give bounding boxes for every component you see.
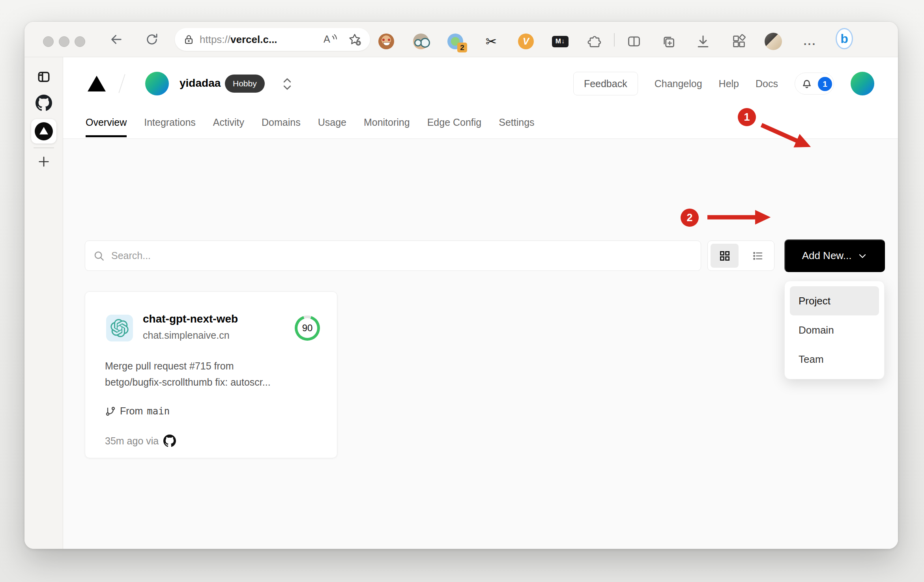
project-domain[interactable]: chat.simplenaive.cn: [143, 330, 230, 341]
deployed-time: 35m ago via: [105, 435, 159, 447]
downloads-icon[interactable]: [694, 33, 712, 50]
bell-icon: [801, 77, 813, 90]
vercel-favicon: [35, 122, 53, 140]
tampermonkey-extension-icon[interactable]: [378, 33, 395, 50]
tab-overview[interactable]: Overview: [86, 108, 127, 137]
address-bar[interactable]: https://vercel.c... A: [175, 28, 370, 51]
vercel-logo[interactable]: [88, 76, 106, 91]
user-avatar[interactable]: [851, 72, 874, 95]
list-view-icon: [752, 250, 764, 262]
apps-grid-icon[interactable]: [730, 33, 748, 50]
deployment-meta: 35m ago via: [105, 435, 176, 447]
read-aloud-icon[interactable]: A: [324, 34, 338, 45]
add-new-label: Add New...: [802, 250, 852, 262]
help-link[interactable]: Help: [719, 78, 739, 90]
search-box: [85, 241, 701, 271]
lighthouse-score: 90: [297, 318, 317, 338]
project-card[interactable]: chat-gpt-next-web chat.simplenaive.cn 90…: [85, 291, 337, 458]
collections-icon[interactable]: [660, 33, 677, 50]
browser-tab-strip: [24, 57, 63, 549]
split-screen-icon[interactable]: [625, 33, 643, 50]
lock-icon: [183, 34, 194, 45]
changelog-link[interactable]: Changelog: [655, 78, 702, 90]
project-favicon: [106, 315, 133, 341]
git-branch-icon: [105, 406, 116, 417]
breadcrumb-slash: [118, 74, 125, 93]
profile-avatar[interactable]: [765, 33, 782, 50]
url-text: https://vercel.c...: [200, 34, 277, 46]
github-icon: [163, 435, 176, 447]
feedback-button[interactable]: Feedback: [573, 72, 638, 95]
toolbar-divider: [614, 33, 615, 47]
plan-badge: Hobby: [225, 75, 265, 93]
browser-window: https://vercel.c... A 2 ✂ V M↓: [24, 22, 898, 549]
docs-link[interactable]: Docs: [756, 78, 778, 90]
tab-domains[interactable]: Domains: [262, 108, 301, 137]
bing-chat-icon[interactable]: b: [836, 30, 853, 47]
more-menu-icon[interactable]: ...: [801, 33, 819, 50]
tab-edge-config[interactable]: Edge Config: [427, 108, 482, 137]
branch-label: From: [120, 405, 143, 417]
list-view-button[interactable]: [741, 241, 774, 270]
vercel-active-tab[interactable]: [31, 119, 56, 144]
zoom-window-button[interactable]: [75, 36, 85, 47]
github-tab-icon[interactable]: [36, 95, 52, 111]
feedback-label: Feedback: [584, 78, 627, 90]
dropdown-item-project[interactable]: Project: [790, 286, 879, 315]
vercel-dashboard-page: yidadaa Hobby Feedback Changelog Help Do…: [63, 57, 898, 549]
team-switcher-icon[interactable]: [282, 76, 292, 92]
svg-text:A: A: [324, 34, 330, 45]
tab-usage[interactable]: Usage: [318, 108, 346, 137]
add-new-button[interactable]: Add New...: [784, 239, 885, 272]
add-favorite-icon[interactable]: [348, 33, 361, 46]
dropdown-item-domain[interactable]: Domain: [790, 315, 879, 345]
commit-message: Merge pull request #715 from betgo/bugfi…: [105, 358, 320, 390]
notifications-button[interactable]: 1: [795, 73, 834, 95]
annotation-step-2: 2: [681, 209, 699, 227]
chevron-down-icon: [858, 251, 867, 261]
add-new-dropdown: Project Domain Team: [784, 281, 885, 379]
back-icon[interactable]: [108, 32, 124, 47]
tab-settings[interactable]: Settings: [499, 108, 534, 137]
refresh-icon[interactable]: [144, 32, 160, 47]
notification-count-badge: 1: [818, 77, 832, 91]
team-avatar[interactable]: [145, 72, 169, 95]
desktop-background: https://vercel.c... A 2 ✂ V M↓: [0, 0, 924, 582]
dropdown-item-team[interactable]: Team: [790, 345, 879, 374]
grid-view-icon: [719, 250, 731, 262]
extension-badge: 2: [457, 43, 467, 52]
extensions-puzzle-icon[interactable]: [586, 33, 603, 50]
tab-strip-divider: [34, 147, 54, 148]
tab-activity[interactable]: Activity: [213, 108, 244, 137]
grid-view-button[interactable]: [711, 244, 739, 268]
tab-integrations[interactable]: Integrations: [144, 108, 196, 137]
granny-extension-icon[interactable]: [412, 33, 430, 50]
annotation-step-1: 1: [738, 108, 756, 126]
browser-toolbar: https://vercel.c... A 2 ✂ V M↓: [24, 22, 898, 57]
markdown-extension-icon[interactable]: M↓: [552, 33, 569, 50]
v-extension-icon[interactable]: V: [517, 33, 535, 50]
scissors-extension-icon[interactable]: ✂: [483, 33, 500, 50]
search-input[interactable]: [111, 250, 693, 261]
search-icon: [93, 250, 105, 262]
vercel-header: yidadaa Hobby Feedback Changelog Help Do…: [63, 57, 898, 106]
new-tab-icon[interactable]: [37, 155, 51, 168]
dashboard-nav-tabs: Overview Integrations Activity Domains U…: [63, 106, 898, 139]
tab-pane-icon[interactable]: [37, 70, 51, 84]
commit-line-1: Merge pull request #715 from: [105, 358, 320, 374]
commit-line-2: betgo/bugfix-scrollthumb fix: autoscr...: [105, 374, 320, 390]
team-name[interactable]: yidadaa: [180, 77, 221, 90]
lighthouse-score-ring: 90: [295, 315, 320, 341]
openai-logo-icon: [110, 319, 129, 337]
tab-monitoring[interactable]: Monitoring: [364, 108, 410, 137]
branch-name: main: [147, 406, 170, 417]
view-toggle: [707, 241, 774, 271]
translate-extension-icon[interactable]: 2: [447, 33, 464, 50]
project-name[interactable]: chat-gpt-next-web: [143, 313, 238, 325]
minimize-window-button[interactable]: [59, 36, 69, 47]
close-window-button[interactable]: [43, 36, 54, 47]
branch-row: From main: [105, 405, 170, 417]
